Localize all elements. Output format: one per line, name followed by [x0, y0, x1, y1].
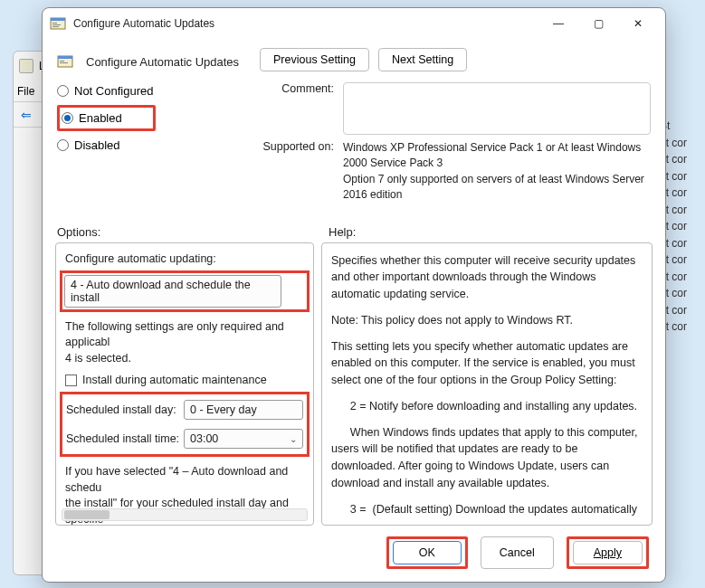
- radio-not-configured[interactable]: Not Configured: [57, 84, 247, 98]
- bg-status-column: St ot cor ot cor ot cor ot cor ot cor ot…: [660, 118, 705, 336]
- bg-status-row: ot cor: [660, 302, 705, 319]
- options-panel: Configure automatic updating: 4 - Auto d…: [55, 242, 314, 526]
- window-close-icon[interactable]: ✕: [618, 10, 658, 37]
- svg-rect-7: [60, 61, 64, 62]
- comment-input[interactable]: [343, 82, 651, 135]
- bg-status-row: ot cor: [660, 235, 705, 252]
- radio-disabled[interactable]: Disabled: [57, 138, 247, 152]
- policy-name: Configure Automatic Updates: [86, 55, 239, 69]
- bg-file-menu[interactable]: File: [17, 85, 34, 98]
- bg-title-icon: [19, 59, 33, 73]
- supported-text: Windows XP Professional Service Pack 1 o…: [343, 140, 651, 204]
- radio-icon: [57, 85, 69, 97]
- radio-enabled[interactable]: Enabled: [62, 111, 122, 125]
- sched-day-label: Scheduled install day:: [66, 403, 184, 416]
- bg-back-icon[interactable]: ⇐: [17, 106, 35, 124]
- svg-rect-4: [52, 26, 59, 27]
- ok-button[interactable]: OK: [393, 541, 462, 564]
- highlight-enabled: Enabled: [57, 105, 156, 131]
- sched-time-dropdown[interactable]: 03:00 ⌄: [184, 429, 303, 449]
- dialog-titlebar: Configure Automatic Updates — ▢ ✕: [43, 8, 665, 39]
- bg-status-row: ot cor: [660, 185, 705, 202]
- sched-day-dropdown[interactable]: 0 - Every day: [184, 400, 303, 420]
- config-updating-value: 4 - Auto download and schedule the insta…: [71, 279, 251, 304]
- policy-icon: [57, 53, 73, 70]
- help-label: Help:: [329, 225, 356, 239]
- dialog-footer: OK Cancel Apply: [43, 526, 665, 582]
- sched-day-value: 0 - Every day: [190, 403, 257, 416]
- highlight-apply: Apply: [567, 536, 649, 569]
- chevron-down-icon: ⌄: [290, 434, 297, 444]
- svg-rect-2: [52, 23, 57, 24]
- dialog-title: Configure Automatic Updates: [73, 17, 214, 30]
- config-updating-dropdown[interactable]: 4 - Auto download and schedule the insta…: [64, 275, 281, 308]
- window-maximize-icon[interactable]: ▢: [578, 10, 618, 37]
- help-text: When Windows finds updates that apply to…: [331, 424, 643, 492]
- highlight-schedule: Scheduled install day: 0 - Every day Sch…: [60, 392, 310, 457]
- configure-updates-dialog: Configure Automatic Updates — ▢ ✕ Config…: [42, 7, 666, 583]
- bg-status-row: ot cor: [660, 151, 705, 168]
- options-hscrollbar[interactable]: [62, 508, 308, 521]
- supported-label: Supported on:: [260, 140, 334, 153]
- svg-rect-1: [51, 18, 65, 21]
- radio-label: Enabled: [79, 111, 122, 125]
- help-text: 2 = Notify before downloading and instal…: [331, 398, 643, 415]
- policy-icon: [50, 15, 66, 32]
- radio-icon: [57, 139, 69, 151]
- svg-rect-8: [60, 62, 68, 63]
- policy-state-group: Configure Automatic Updates Not Configur…: [57, 48, 247, 209]
- window-minimize-icon[interactable]: —: [538, 10, 578, 37]
- previous-setting-button[interactable]: Previous Setting: [260, 48, 369, 71]
- bg-status-row: ot cor: [660, 318, 705, 336]
- install-maintenance-label: Install during automatic maintenance: [82, 374, 267, 386]
- bg-status-row: ot cor: [660, 218, 705, 235]
- config-updating-label: Configure automatic updating:: [65, 252, 304, 265]
- bg-status-row: ot cor: [660, 269, 705, 286]
- highlight-ok: OK: [386, 536, 468, 569]
- install-maintenance-checkbox[interactable]: Install during automatic maintenance: [65, 374, 304, 386]
- bg-status-row: ot cor: [660, 251, 705, 269]
- help-text: 3 = (Default setting) Download the updat…: [331, 501, 643, 517]
- help-text: Note: This policy does not apply to Wind…: [331, 312, 643, 329]
- policy-heading: Configure Automatic Updates: [57, 53, 247, 70]
- svg-rect-3: [52, 24, 61, 25]
- bg-status-row: ot cor: [660, 285, 705, 302]
- next-setting-button[interactable]: Next Setting: [378, 48, 467, 71]
- bg-status-row: ot cor: [660, 168, 705, 185]
- following-note: The following settings are only required…: [65, 319, 304, 367]
- svg-rect-6: [58, 56, 72, 59]
- help-text: This setting lets you specify whether au…: [331, 338, 643, 389]
- bg-status-header: St: [660, 118, 705, 135]
- apply-button[interactable]: Apply: [573, 541, 643, 564]
- bg-status-row: ot cor: [660, 202, 705, 219]
- checkbox-icon: [65, 375, 77, 386]
- radio-label: Not Configured: [74, 84, 153, 98]
- radio-label: Disabled: [74, 138, 120, 152]
- options-label: Options:: [57, 225, 329, 239]
- cancel-button[interactable]: Cancel: [481, 536, 554, 569]
- help-panel: Specifies whether this computer will rec…: [321, 242, 653, 526]
- highlight-config-dropdown: 4 - Auto download and schedule the insta…: [60, 270, 310, 312]
- sched-time-value: 03:00: [190, 432, 218, 445]
- help-text: Specifies whether this computer will rec…: [331, 252, 643, 303]
- sched-time-label: Scheduled install time:: [66, 432, 184, 445]
- comment-label: Comment:: [260, 82, 334, 95]
- bg-status-row: ot cor: [660, 135, 705, 152]
- radio-icon: [62, 112, 73, 124]
